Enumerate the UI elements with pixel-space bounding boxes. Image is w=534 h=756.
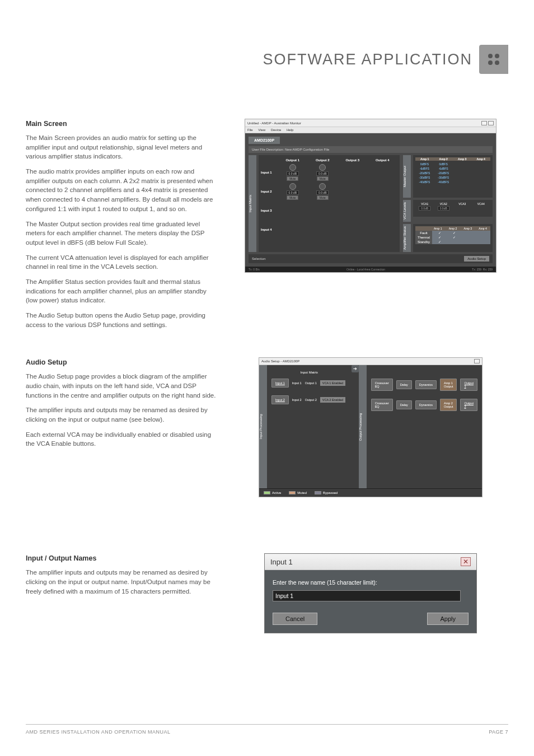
- mute-button[interactable]: Mute: [287, 195, 298, 200]
- row-header: Input 1: [261, 171, 278, 174]
- vca-label: VCA1: [415, 202, 434, 206]
- rename-dialog: Input 1 ✕ Enter the new name (15 charact…: [264, 553, 477, 633]
- vca-label: VCA4: [472, 202, 491, 206]
- vca-value: 0.0dB: [419, 206, 430, 211]
- mute-button[interactable]: Mute: [317, 195, 329, 200]
- meter-scale: 0dBFS -6dBFS -20dBFS -30dBFS -40dBFS: [415, 162, 434, 184]
- brand-dots-icon: [479, 45, 508, 74]
- output-processing-tab: Output Processing: [359, 365, 367, 488]
- window-title: Audio Setup - AMD2100P: [261, 360, 299, 363]
- input-matrix-header: Input Matrix: [271, 371, 347, 374]
- input-processing-tab: Input Processing: [259, 365, 267, 488]
- gain-knob[interactable]: [289, 183, 296, 190]
- amp-output-block[interactable]: Amp 2 Output: [440, 399, 457, 411]
- amp-header: Amp 4: [472, 157, 491, 161]
- body-text: The amplifier inputs and outputs may be …: [26, 568, 216, 596]
- close-button[interactable]: [474, 359, 480, 363]
- vca-value: 0.0dB: [438, 206, 449, 211]
- selection-label: Selection: [252, 257, 266, 260]
- status-text: Online - Local Area Connection: [346, 268, 385, 271]
- name-input[interactable]: [273, 590, 461, 601]
- body-text: The audio matrix provides amplifier inpu…: [26, 167, 216, 213]
- status-row-label: Thermal: [415, 235, 432, 240]
- output-name-link[interactable]: Output 2: [460, 399, 477, 411]
- status-row-label: Standby: [415, 240, 432, 244]
- apply-button[interactable]: Apply: [427, 613, 469, 625]
- gain-knob[interactable]: [319, 164, 326, 171]
- page-title: SOFTWARE APPLICATION: [263, 51, 472, 68]
- status-text: Tx: 259: [472, 268, 481, 271]
- footer-left: AMD SERIES INSTALLATION AND OPERATION MA…: [26, 729, 171, 735]
- col-header: Output 2: [308, 157, 338, 163]
- gain-knob[interactable]: [319, 183, 326, 190]
- vca-enable-button[interactable]: VCA 1 Enabled: [320, 380, 345, 386]
- amp-header: Amp 4: [475, 226, 490, 231]
- output-name-link[interactable]: Output 1: [460, 379, 477, 391]
- body-text: The Audio Setup button opens the Audio S…: [26, 311, 216, 329]
- amp-header: Amp 2: [446, 226, 461, 231]
- legend-label: Active: [272, 491, 281, 494]
- close-button[interactable]: [488, 121, 494, 125]
- label: Input 2: [292, 398, 302, 402]
- dialog-title: Input 1: [270, 558, 293, 566]
- minimize-button[interactable]: [481, 121, 487, 125]
- menu-item[interactable]: File: [247, 128, 253, 132]
- label: Input 1: [292, 381, 302, 385]
- menu-bar[interactable]: File View Device Help: [245, 127, 496, 133]
- vca-label: VCA2: [434, 202, 453, 206]
- amp-header: Amp 3: [460, 226, 475, 231]
- svg-point-3: [495, 60, 499, 65]
- gain-unit: dB: [323, 191, 326, 194]
- body-text: The Master Output section provides real …: [26, 220, 216, 248]
- gain-value: 0.0: [318, 172, 322, 175]
- desc-label: User File Description:: [252, 148, 284, 151]
- row-header: Input 2: [261, 190, 278, 193]
- status-text: Rx: 259: [483, 268, 493, 271]
- crossover-eq-block[interactable]: Crossover EQ: [371, 399, 393, 411]
- col-header: Output 4: [368, 157, 398, 163]
- amp-status-tab: Amplifier Status: [403, 224, 411, 252]
- dynamics-block[interactable]: Dynamics: [415, 400, 437, 409]
- close-button[interactable]: ✕: [461, 557, 471, 566]
- desc-value[interactable]: New AMDP Configuration File: [285, 148, 329, 151]
- body-text: The Amplifier Status section provides fa…: [26, 277, 216, 305]
- mute-button[interactable]: Mute: [287, 176, 298, 181]
- cancel-button[interactable]: Cancel: [273, 613, 317, 625]
- footer-right: PAGE 7: [489, 729, 508, 735]
- label: Output 2: [305, 398, 317, 402]
- io-names-heading: Input / Output Names: [26, 553, 216, 563]
- delay-block[interactable]: Delay: [396, 400, 412, 409]
- col-header: Output 3: [338, 157, 368, 163]
- device-tab[interactable]: AMD2100P: [249, 137, 280, 144]
- legend-swatch: [264, 491, 270, 494]
- delay-block[interactable]: Delay: [396, 380, 412, 389]
- audio-setup-heading: Audio Setup: [26, 357, 216, 367]
- vca-enable-button[interactable]: VCA 2 Enabled: [320, 397, 345, 403]
- gain-value: 0.0: [318, 191, 322, 194]
- svg-point-2: [488, 60, 493, 65]
- menu-item[interactable]: Help: [287, 128, 293, 132]
- input-matrix-tab: Input Matrix: [249, 155, 256, 252]
- gain-unit: dB: [293, 191, 297, 194]
- audio-setup-button[interactable]: Audio Setup: [464, 256, 489, 262]
- amp-header: Amp 1: [415, 157, 434, 161]
- gain-value: 0.0: [289, 172, 293, 175]
- input-name-link[interactable]: Input 2: [271, 395, 289, 404]
- body-text: The Main Screen provides an audio matrix…: [26, 133, 216, 161]
- svg-point-1: [495, 54, 499, 58]
- vca-label: VCA3: [453, 202, 472, 206]
- amp-output-block[interactable]: Amp 1 Output: [440, 379, 457, 391]
- crossover-eq-block[interactable]: Crossover EQ: [371, 379, 393, 391]
- menu-item[interactable]: View: [258, 128, 265, 132]
- master-output-tab: Master Output: [403, 155, 411, 198]
- main-screen-heading: Main Screen: [26, 119, 216, 129]
- body-text: Each external VCA may be individually en…: [26, 430, 216, 449]
- input-name-link[interactable]: Input 1: [271, 379, 289, 388]
- audio-setup-window: Audio Setup - AMD2100P Input Processing …: [259, 357, 483, 497]
- gain-unit: dB: [293, 172, 297, 175]
- menu-item[interactable]: Device: [271, 128, 281, 132]
- dynamics-block[interactable]: Dynamics: [415, 380, 437, 389]
- legend-swatch: [315, 491, 321, 494]
- gain-knob[interactable]: [289, 164, 296, 171]
- mute-button[interactable]: Mute: [317, 176, 329, 181]
